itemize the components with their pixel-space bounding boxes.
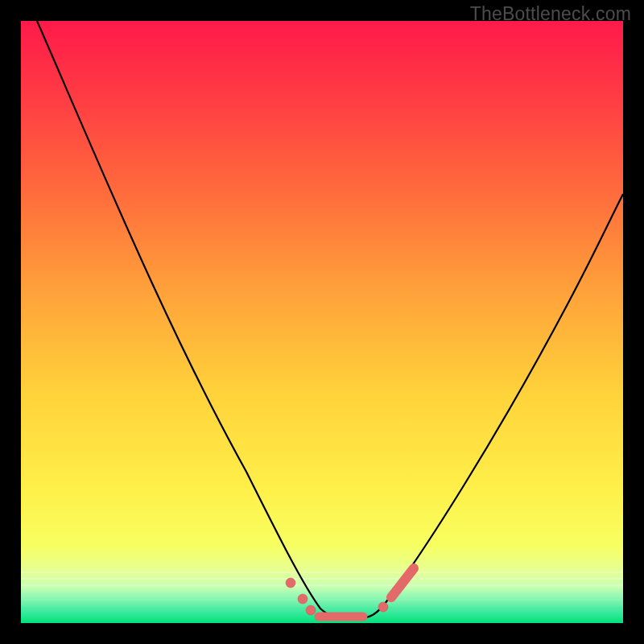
- svg-rect-4: [21, 599, 623, 601]
- plot-svg: [21, 21, 623, 623]
- svg-rect-1: [21, 578, 623, 580]
- svg-point-9: [378, 602, 388, 612]
- svg-point-6: [286, 578, 295, 588]
- svg-rect-0: [21, 572, 623, 573]
- svg-rect-5: [21, 607, 623, 609]
- svg-point-8: [306, 605, 316, 615]
- chart-frame: TheBottleneck.com: [0, 0, 644, 644]
- svg-rect-3: [21, 592, 623, 594]
- svg-rect-2: [21, 584, 623, 586]
- svg-point-7: [298, 594, 308, 604]
- gradient-background: [21, 21, 623, 623]
- plot-area: [21, 21, 623, 623]
